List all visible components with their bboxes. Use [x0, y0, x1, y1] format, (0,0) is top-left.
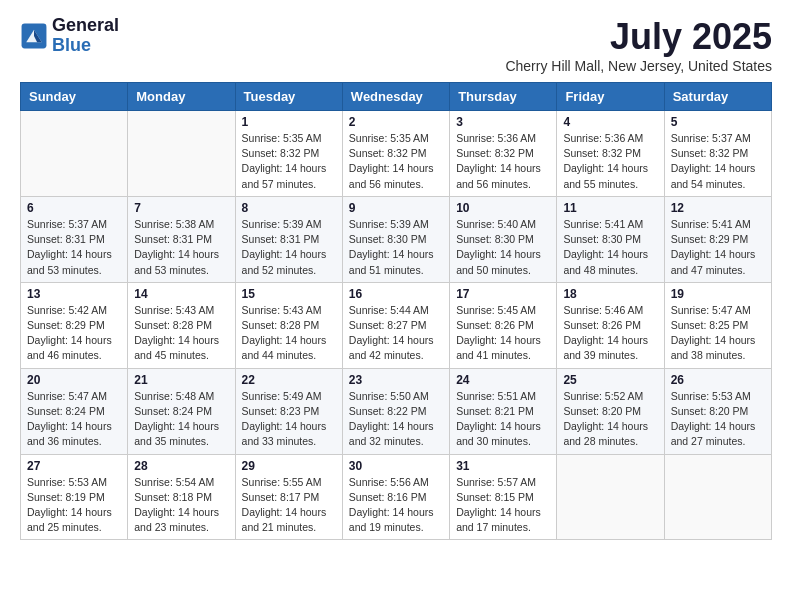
day-number: 14 — [134, 287, 228, 301]
calendar-cell: 30Sunrise: 5:56 AMSunset: 8:16 PMDayligh… — [342, 454, 449, 540]
page-header: General Blue July 2025 Cherry Hill Mall,… — [20, 16, 772, 74]
day-info: Sunrise: 5:41 AMSunset: 8:30 PMDaylight:… — [563, 217, 657, 278]
day-number: 17 — [456, 287, 550, 301]
calendar-cell: 4Sunrise: 5:36 AMSunset: 8:32 PMDaylight… — [557, 111, 664, 197]
day-number: 18 — [563, 287, 657, 301]
calendar-cell: 6Sunrise: 5:37 AMSunset: 8:31 PMDaylight… — [21, 196, 128, 282]
calendar-cell — [21, 111, 128, 197]
day-number: 16 — [349, 287, 443, 301]
day-info: Sunrise: 5:49 AMSunset: 8:23 PMDaylight:… — [242, 389, 336, 450]
calendar-cell: 5Sunrise: 5:37 AMSunset: 8:32 PMDaylight… — [664, 111, 771, 197]
day-info: Sunrise: 5:39 AMSunset: 8:30 PMDaylight:… — [349, 217, 443, 278]
calendar-cell — [557, 454, 664, 540]
day-number: 15 — [242, 287, 336, 301]
calendar-week-row: 1Sunrise: 5:35 AMSunset: 8:32 PMDaylight… — [21, 111, 772, 197]
day-info: Sunrise: 5:53 AMSunset: 8:20 PMDaylight:… — [671, 389, 765, 450]
day-number: 9 — [349, 201, 443, 215]
day-number: 26 — [671, 373, 765, 387]
day-number: 4 — [563, 115, 657, 129]
day-info: Sunrise: 5:35 AMSunset: 8:32 PMDaylight:… — [242, 131, 336, 192]
calendar-cell: 14Sunrise: 5:43 AMSunset: 8:28 PMDayligh… — [128, 282, 235, 368]
day-number: 10 — [456, 201, 550, 215]
calendar-cell: 18Sunrise: 5:46 AMSunset: 8:26 PMDayligh… — [557, 282, 664, 368]
day-info: Sunrise: 5:41 AMSunset: 8:29 PMDaylight:… — [671, 217, 765, 278]
day-number: 11 — [563, 201, 657, 215]
calendar-week-row: 13Sunrise: 5:42 AMSunset: 8:29 PMDayligh… — [21, 282, 772, 368]
location-title: Cherry Hill Mall, New Jersey, United Sta… — [505, 58, 772, 74]
weekday-header: Tuesday — [235, 83, 342, 111]
weekday-header: Monday — [128, 83, 235, 111]
logo-icon — [20, 22, 48, 50]
day-info: Sunrise: 5:40 AMSunset: 8:30 PMDaylight:… — [456, 217, 550, 278]
calendar-week-row: 27Sunrise: 5:53 AMSunset: 8:19 PMDayligh… — [21, 454, 772, 540]
calendar-week-row: 6Sunrise: 5:37 AMSunset: 8:31 PMDaylight… — [21, 196, 772, 282]
day-info: Sunrise: 5:46 AMSunset: 8:26 PMDaylight:… — [563, 303, 657, 364]
weekday-header-row: SundayMondayTuesdayWednesdayThursdayFrid… — [21, 83, 772, 111]
day-info: Sunrise: 5:56 AMSunset: 8:16 PMDaylight:… — [349, 475, 443, 536]
calendar-cell: 15Sunrise: 5:43 AMSunset: 8:28 PMDayligh… — [235, 282, 342, 368]
title-block: July 2025 Cherry Hill Mall, New Jersey, … — [505, 16, 772, 74]
day-info: Sunrise: 5:43 AMSunset: 8:28 PMDaylight:… — [242, 303, 336, 364]
day-number: 5 — [671, 115, 765, 129]
day-number: 3 — [456, 115, 550, 129]
day-info: Sunrise: 5:37 AMSunset: 8:31 PMDaylight:… — [27, 217, 121, 278]
logo-text: General Blue — [52, 16, 119, 56]
day-number: 24 — [456, 373, 550, 387]
calendar-cell: 11Sunrise: 5:41 AMSunset: 8:30 PMDayligh… — [557, 196, 664, 282]
day-info: Sunrise: 5:36 AMSunset: 8:32 PMDaylight:… — [456, 131, 550, 192]
day-info: Sunrise: 5:35 AMSunset: 8:32 PMDaylight:… — [349, 131, 443, 192]
day-number: 21 — [134, 373, 228, 387]
day-info: Sunrise: 5:57 AMSunset: 8:15 PMDaylight:… — [456, 475, 550, 536]
day-number: 8 — [242, 201, 336, 215]
day-number: 12 — [671, 201, 765, 215]
weekday-header: Wednesday — [342, 83, 449, 111]
day-info: Sunrise: 5:45 AMSunset: 8:26 PMDaylight:… — [456, 303, 550, 364]
day-number: 6 — [27, 201, 121, 215]
logo-blue: Blue — [52, 36, 119, 56]
logo: General Blue — [20, 16, 119, 56]
day-info: Sunrise: 5:42 AMSunset: 8:29 PMDaylight:… — [27, 303, 121, 364]
calendar-cell: 19Sunrise: 5:47 AMSunset: 8:25 PMDayligh… — [664, 282, 771, 368]
day-info: Sunrise: 5:47 AMSunset: 8:24 PMDaylight:… — [27, 389, 121, 450]
day-number: 7 — [134, 201, 228, 215]
calendar-cell: 13Sunrise: 5:42 AMSunset: 8:29 PMDayligh… — [21, 282, 128, 368]
day-info: Sunrise: 5:38 AMSunset: 8:31 PMDaylight:… — [134, 217, 228, 278]
day-number: 25 — [563, 373, 657, 387]
day-number: 23 — [349, 373, 443, 387]
calendar-week-row: 20Sunrise: 5:47 AMSunset: 8:24 PMDayligh… — [21, 368, 772, 454]
day-number: 13 — [27, 287, 121, 301]
day-info: Sunrise: 5:36 AMSunset: 8:32 PMDaylight:… — [563, 131, 657, 192]
calendar-cell: 2Sunrise: 5:35 AMSunset: 8:32 PMDaylight… — [342, 111, 449, 197]
calendar-cell: 3Sunrise: 5:36 AMSunset: 8:32 PMDaylight… — [450, 111, 557, 197]
weekday-header: Thursday — [450, 83, 557, 111]
day-info: Sunrise: 5:39 AMSunset: 8:31 PMDaylight:… — [242, 217, 336, 278]
calendar-cell: 27Sunrise: 5:53 AMSunset: 8:19 PMDayligh… — [21, 454, 128, 540]
calendar-cell: 10Sunrise: 5:40 AMSunset: 8:30 PMDayligh… — [450, 196, 557, 282]
day-info: Sunrise: 5:53 AMSunset: 8:19 PMDaylight:… — [27, 475, 121, 536]
calendar-cell: 22Sunrise: 5:49 AMSunset: 8:23 PMDayligh… — [235, 368, 342, 454]
calendar-cell: 8Sunrise: 5:39 AMSunset: 8:31 PMDaylight… — [235, 196, 342, 282]
calendar-cell: 7Sunrise: 5:38 AMSunset: 8:31 PMDaylight… — [128, 196, 235, 282]
calendar-cell: 23Sunrise: 5:50 AMSunset: 8:22 PMDayligh… — [342, 368, 449, 454]
day-info: Sunrise: 5:54 AMSunset: 8:18 PMDaylight:… — [134, 475, 228, 536]
day-number: 20 — [27, 373, 121, 387]
day-info: Sunrise: 5:50 AMSunset: 8:22 PMDaylight:… — [349, 389, 443, 450]
calendar-cell: 16Sunrise: 5:44 AMSunset: 8:27 PMDayligh… — [342, 282, 449, 368]
day-info: Sunrise: 5:44 AMSunset: 8:27 PMDaylight:… — [349, 303, 443, 364]
day-info: Sunrise: 5:47 AMSunset: 8:25 PMDaylight:… — [671, 303, 765, 364]
weekday-header: Friday — [557, 83, 664, 111]
calendar-cell: 12Sunrise: 5:41 AMSunset: 8:29 PMDayligh… — [664, 196, 771, 282]
day-number: 19 — [671, 287, 765, 301]
day-info: Sunrise: 5:48 AMSunset: 8:24 PMDaylight:… — [134, 389, 228, 450]
calendar-cell: 28Sunrise: 5:54 AMSunset: 8:18 PMDayligh… — [128, 454, 235, 540]
calendar-cell: 21Sunrise: 5:48 AMSunset: 8:24 PMDayligh… — [128, 368, 235, 454]
day-info: Sunrise: 5:51 AMSunset: 8:21 PMDaylight:… — [456, 389, 550, 450]
day-number: 29 — [242, 459, 336, 473]
calendar-cell — [128, 111, 235, 197]
calendar-cell — [664, 454, 771, 540]
day-info: Sunrise: 5:52 AMSunset: 8:20 PMDaylight:… — [563, 389, 657, 450]
calendar-cell: 17Sunrise: 5:45 AMSunset: 8:26 PMDayligh… — [450, 282, 557, 368]
day-number: 1 — [242, 115, 336, 129]
day-number: 27 — [27, 459, 121, 473]
calendar-cell: 9Sunrise: 5:39 AMSunset: 8:30 PMDaylight… — [342, 196, 449, 282]
